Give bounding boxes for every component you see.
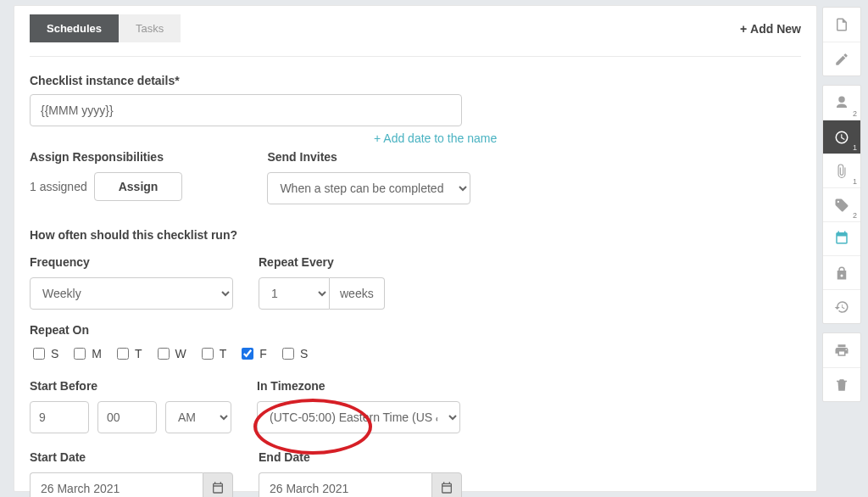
rail-schedule-icon[interactable]: 1 xyxy=(823,120,860,154)
schedule-form: Checklist instance details* + Add date t… xyxy=(14,57,816,497)
add-new-label: Add New xyxy=(750,22,801,36)
rail-document-icon[interactable] xyxy=(823,8,860,42)
rail-group-3 xyxy=(822,332,861,402)
tab-schedules[interactable]: Schedules xyxy=(30,14,119,42)
end-date-picker-button[interactable] xyxy=(431,472,462,497)
day-label-4: T xyxy=(220,347,227,360)
rail-attach-badge: 1 xyxy=(853,177,857,186)
day-label-2: T xyxy=(135,347,142,360)
day-3[interactable]: W xyxy=(154,345,186,362)
invites-select[interactable]: When a step can be completed xyxy=(267,172,470,204)
end-date-label: End Date xyxy=(259,450,462,464)
invites-group: Send Invites When a step can be complete… xyxy=(267,150,470,204)
repeat-every-value[interactable]: 1 xyxy=(259,277,330,310)
start-before-group: Start Before AM xyxy=(30,379,231,433)
plus-icon: + xyxy=(740,22,747,36)
rail-delete-icon[interactable] xyxy=(823,367,860,401)
start-date-input[interactable] xyxy=(30,472,203,497)
repeat-every-label: Repeat Every xyxy=(259,255,385,269)
add-date-link[interactable]: + Add date to the name xyxy=(374,131,801,145)
start-minute-input[interactable] xyxy=(97,401,157,433)
day-checkbox-5[interactable] xyxy=(242,348,253,360)
start-hour-input[interactable] xyxy=(30,401,89,433)
start-before-label: Start Before xyxy=(30,379,231,393)
day-checkbox-1[interactable] xyxy=(74,348,86,360)
timezone-group: In Timezone (UTC-05:00) Eastern Time (US… xyxy=(257,379,460,433)
repeat-on-label: Repeat On xyxy=(30,323,801,337)
start-date-label: Start Date xyxy=(30,450,233,464)
rail-users-badge: 2 xyxy=(853,109,857,118)
rail-group-2: 2 1 1 2 xyxy=(822,85,861,324)
rail-users-icon[interactable]: 2 xyxy=(823,86,860,120)
day-6[interactable]: S xyxy=(279,345,308,362)
rail-history-icon[interactable] xyxy=(823,289,860,323)
repeat-on-group: Repeat On SMTWTFS xyxy=(30,323,801,362)
day-label-1: M xyxy=(92,347,102,360)
how-often-label: How often should this checklist run? xyxy=(30,228,801,242)
day-label-3: W xyxy=(175,347,186,360)
start-date-picker-button[interactable] xyxy=(203,472,233,497)
rail-calendar-icon[interactable] xyxy=(823,221,860,255)
details-label: Checklist instance details* xyxy=(30,74,801,87)
repeat-every-group: Repeat Every 1 weeks xyxy=(259,255,385,310)
rail-schedule-badge: 1 xyxy=(853,143,857,152)
tab-tasks[interactable]: Tasks xyxy=(119,14,181,42)
assign-count: 1 assigned xyxy=(30,180,87,193)
day-checkbox-6[interactable] xyxy=(282,348,294,360)
invites-label: Send Invites xyxy=(267,150,470,164)
day-checkbox-2[interactable] xyxy=(117,348,129,360)
day-2[interactable]: T xyxy=(114,345,142,362)
repeat-every-unit: weeks xyxy=(330,277,385,310)
rail-edit-icon[interactable] xyxy=(823,42,860,75)
frequency-group: Frequency Weekly xyxy=(30,255,233,310)
rail-group-1 xyxy=(822,7,861,76)
calendar-icon xyxy=(211,481,225,497)
assign-button[interactable]: Assign xyxy=(94,172,183,201)
rail-tag-icon[interactable]: 2 xyxy=(823,187,860,221)
tabs: Schedules Tasks xyxy=(30,14,181,42)
end-date-input[interactable] xyxy=(259,472,431,497)
frequency-label: Frequency xyxy=(30,255,233,269)
day-checkbox-4[interactable] xyxy=(202,348,214,360)
timezone-select[interactable]: (UTC-05:00) Eastern Time (US & Can… xyxy=(257,401,460,433)
assign-group: Assign Responsibilities 1 assigned Assig… xyxy=(30,150,182,201)
assign-label: Assign Responsibilities xyxy=(30,150,182,164)
day-5[interactable]: F xyxy=(238,345,267,362)
day-label-6: S xyxy=(300,347,308,360)
rail-tag-badge: 2 xyxy=(853,211,857,220)
add-new-link[interactable]: + Add New xyxy=(740,22,801,36)
day-checkbox-0[interactable] xyxy=(33,348,45,360)
frequency-select[interactable]: Weekly xyxy=(30,277,233,310)
tabs-row: Schedules Tasks + Add New xyxy=(14,6,816,42)
day-0[interactable]: S xyxy=(30,345,58,362)
start-ampm-select[interactable]: AM xyxy=(165,401,231,433)
main-panel: Schedules Tasks + Add New Checklist inst… xyxy=(14,5,817,492)
timezone-label: In Timezone xyxy=(257,379,460,393)
right-icon-rail: 2 1 1 2 xyxy=(822,7,861,402)
day-checkbox-3[interactable] xyxy=(158,348,170,360)
rail-lock-icon[interactable] xyxy=(823,255,860,289)
day-4[interactable]: T xyxy=(198,345,227,362)
day-label-5: F xyxy=(259,347,267,360)
days-row: SMTWTFS xyxy=(30,345,801,362)
details-input[interactable] xyxy=(30,94,462,126)
rail-attach-icon[interactable]: 1 xyxy=(823,154,860,187)
day-label-0: S xyxy=(51,347,58,360)
day-1[interactable]: M xyxy=(70,345,102,362)
details-group: Checklist instance details* + Add date t… xyxy=(30,74,801,145)
calendar-icon xyxy=(440,481,453,497)
start-date-group: Start Date xyxy=(30,450,233,497)
end-date-group: End Date xyxy=(259,450,462,497)
rail-print-icon[interactable] xyxy=(823,333,860,367)
